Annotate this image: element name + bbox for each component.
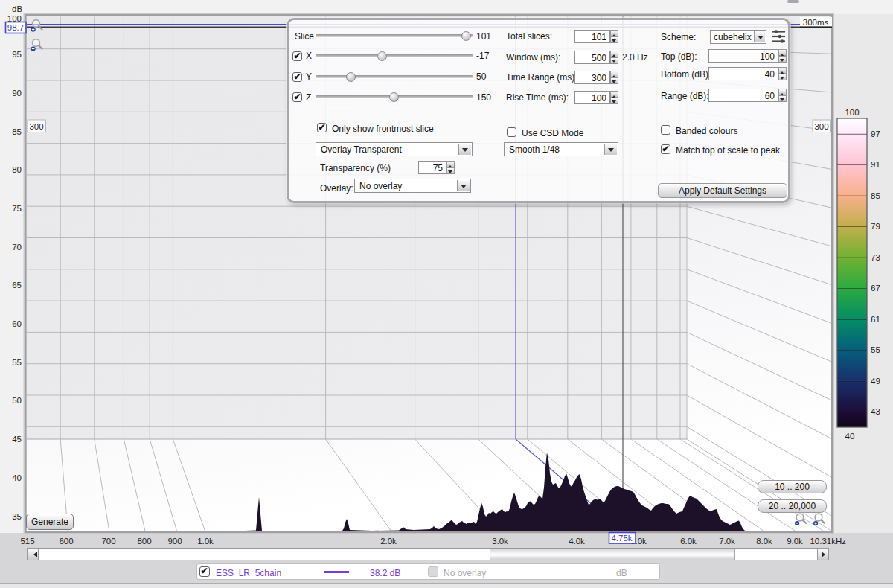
svg-text:300: 300 <box>29 122 43 131</box>
svg-text:67: 67 <box>871 284 880 293</box>
svg-text:97: 97 <box>871 130 880 138</box>
svg-text:8.0k: 8.0k <box>756 537 772 546</box>
svg-text:85: 85 <box>12 127 22 136</box>
svg-text:49: 49 <box>871 377 880 386</box>
svg-text:40: 40 <box>845 432 855 441</box>
svg-text:800: 800 <box>137 537 151 546</box>
svg-text:40: 40 <box>12 473 22 482</box>
svg-text:2.0k: 2.0k <box>380 537 397 546</box>
svg-text:515: 515 <box>20 537 34 546</box>
svg-text:4.75k: 4.75k <box>611 534 632 543</box>
svg-text:900: 900 <box>167 537 182 546</box>
svg-text:3.0k: 3.0k <box>492 537 508 546</box>
svg-text:300: 300 <box>814 122 828 131</box>
svg-text:90: 90 <box>12 89 22 98</box>
svg-text:9.0k: 9.0k <box>787 537 803 546</box>
svg-text:70: 70 <box>12 243 22 252</box>
svg-text:100: 100 <box>845 108 859 117</box>
svg-text:600: 600 <box>59 537 73 546</box>
svg-text:4.0k: 4.0k <box>569 537 585 546</box>
svg-text:65: 65 <box>12 281 22 290</box>
svg-text:73: 73 <box>871 253 880 262</box>
svg-text:7.0k: 7.0k <box>719 537 735 546</box>
svg-text:700: 700 <box>101 537 115 546</box>
svg-text:91: 91 <box>871 160 880 169</box>
svg-text:95: 95 <box>12 50 22 59</box>
svg-text:79: 79 <box>871 222 880 231</box>
svg-text:60: 60 <box>12 319 22 328</box>
svg-text:35: 35 <box>12 512 22 521</box>
svg-text:45: 45 <box>12 435 22 444</box>
svg-text:85: 85 <box>871 191 880 200</box>
svg-text:10.31kHz: 10.31kHz <box>810 537 846 546</box>
svg-text:50: 50 <box>12 396 22 405</box>
svg-text:61: 61 <box>871 315 880 324</box>
svg-text:98.7: 98.7 <box>7 23 24 32</box>
svg-text:1.0k: 1.0k <box>197 537 214 546</box>
svg-text:75: 75 <box>12 204 22 213</box>
svg-text:6.0k: 6.0k <box>680 537 697 546</box>
svg-text:80: 80 <box>12 165 22 174</box>
svg-text:55: 55 <box>871 345 880 354</box>
svg-text:43: 43 <box>871 407 880 416</box>
svg-text:300ms: 300ms <box>803 18 829 27</box>
svg-text:55: 55 <box>12 358 22 367</box>
svg-text:dB: dB <box>12 4 22 13</box>
